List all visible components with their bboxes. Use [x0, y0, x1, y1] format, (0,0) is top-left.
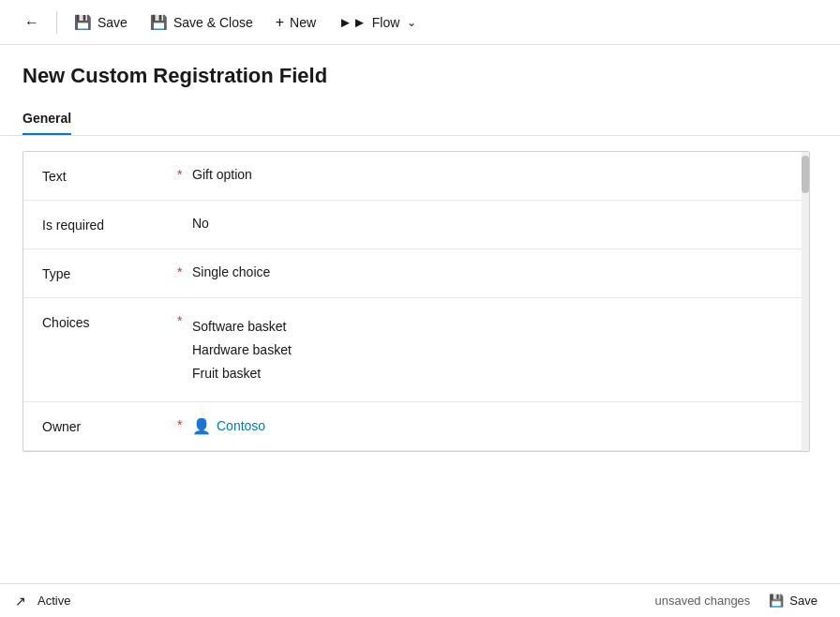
is-required-label: Is required [42, 216, 173, 233]
main-content: Text * Gift option Is required No Type *… [0, 136, 840, 583]
status-bar: ↗ Active unsaved changes 💾 Save [0, 583, 840, 617]
back-icon: ← [24, 14, 39, 31]
save-close-label: Save & Close [173, 15, 253, 30]
is-required-label-group: Is required [42, 216, 192, 233]
toolbar: ← 💾 Save 💾 Save & Close + New ►► Flow ⌄ [0, 0, 840, 45]
flow-label: Flow [372, 15, 400, 30]
save-close-icon: 💾 [150, 14, 168, 31]
type-value-col: Single choice [192, 264, 790, 279]
type-label-group: Type * [42, 264, 192, 281]
form-scrollbar[interactable] [802, 152, 809, 451]
save-icon: 💾 [74, 14, 92, 31]
open-icon: ↗ [15, 594, 26, 609]
choice-item-1: Software basket [192, 315, 790, 339]
page-title: New Custom Registration Field [22, 64, 818, 88]
owner-required-star: * [177, 417, 182, 432]
is-required-value: No [192, 214, 209, 231]
choices-label: Choices [42, 313, 173, 330]
new-label: New [290, 15, 316, 30]
save-label: Save [98, 15, 128, 30]
flow-button[interactable]: ►► Flow ⌄ [329, 8, 426, 36]
status-badge: Active [38, 594, 70, 608]
flow-icon: ►► [338, 14, 367, 30]
status-left: ↗ Active [15, 594, 70, 609]
choice-item-3: Fruit basket [192, 362, 790, 385]
owner-value[interactable]: 👤 Contoso [192, 417, 790, 435]
field-text: Text * Gift option [23, 152, 809, 201]
type-label: Type [42, 264, 173, 281]
status-save-icon: 💾 [769, 594, 784, 608]
text-value-col: Gift option [192, 167, 790, 182]
owner-label: Owner [42, 417, 173, 434]
page-header: New Custom Registration Field [0, 45, 840, 103]
tabs-bar: General [0, 103, 840, 136]
choice-item-2: Hardware basket [192, 339, 790, 362]
save-button[interactable]: 💾 Save [65, 8, 137, 37]
status-save-button[interactable]: 💾 Save [761, 590, 825, 611]
text-label: Text [42, 167, 173, 184]
toolbar-divider-1 [56, 11, 57, 34]
flow-chevron-icon: ⌄ [407, 16, 416, 29]
field-owner: Owner * 👤 Contoso [23, 402, 809, 451]
scrollbar-thumb[interactable] [802, 156, 809, 193]
new-button[interactable]: + New [266, 8, 325, 37]
new-icon: + [276, 14, 284, 31]
save-close-button[interactable]: 💾 Save & Close [141, 8, 262, 37]
tab-general[interactable]: General [22, 103, 71, 135]
text-required-star: * [177, 167, 182, 182]
field-choices: Choices * Software basket Hardware baske… [23, 298, 809, 402]
type-value: Single choice [192, 263, 270, 279]
owner-value-col: 👤 Contoso [192, 417, 790, 435]
choices-label-group: Choices * [42, 313, 192, 330]
choices-value: Software basket Hardware basket Fruit ba… [192, 313, 790, 386]
is-required-value-col: No [192, 216, 790, 231]
field-is-required: Is required No [23, 201, 809, 249]
text-value: Gift option [192, 165, 252, 182]
back-button[interactable]: ← [15, 8, 49, 37]
owner-label-group: Owner * [42, 417, 192, 434]
unsaved-text: unsaved changes [654, 594, 750, 608]
owner-person-icon: 👤 [192, 417, 211, 435]
text-label-group: Text * [42, 167, 192, 184]
form-container: Text * Gift option Is required No Type *… [22, 151, 810, 452]
choices-required-star: * [177, 313, 182, 328]
field-type: Type * Single choice [23, 249, 809, 298]
status-right: unsaved changes 💾 Save [654, 590, 825, 611]
type-required-star: * [177, 264, 182, 279]
choices-value-col: Software basket Hardware basket Fruit ba… [192, 313, 790, 386]
